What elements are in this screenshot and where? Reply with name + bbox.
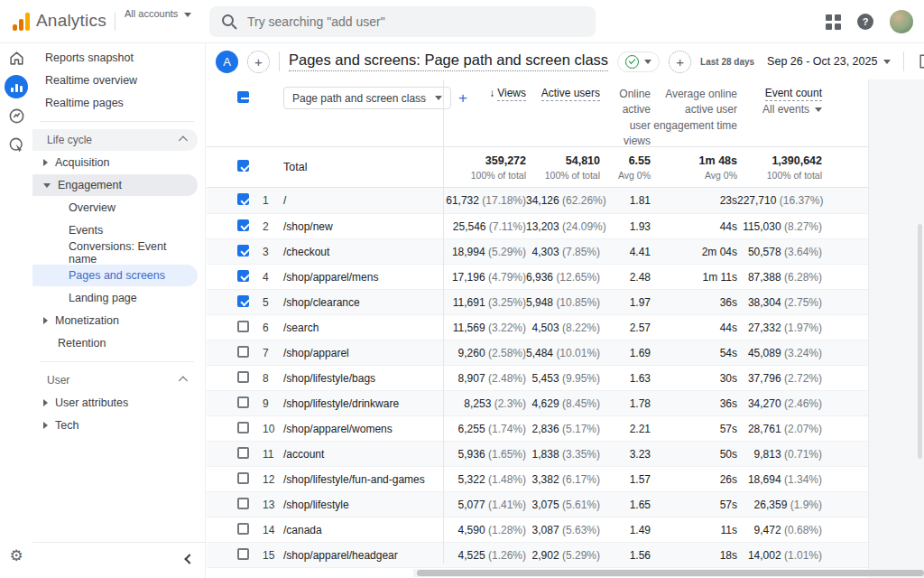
row-checkbox[interactable]: [237, 321, 249, 332]
page-path: /shop/lifestyle/fun-and-games: [277, 473, 443, 486]
views-value: 8,253 (2.3%): [443, 397, 526, 410]
column-header-online-views[interactable]: Online active user views: [600, 87, 651, 150]
collapse-sidebar-icon[interactable]: [184, 554, 194, 564]
sidebar-item-user-attributes[interactable]: User attributes: [32, 392, 198, 414]
avg-time-value: 57s: [651, 499, 737, 511]
sidebar-item-monetization[interactable]: Monetization: [32, 310, 198, 331]
online-views-value: 2.57: [600, 322, 651, 334]
select-all-checkbox[interactable]: [237, 91, 249, 103]
sidebar-item-realtime-overview[interactable]: Realtime overview: [32, 70, 198, 91]
page-path: /shop/lifestyle: [277, 499, 443, 511]
views-value: 18,994 (5.29%): [443, 246, 526, 258]
views-value: 8,907 (2.48%): [443, 372, 526, 385]
online-views-value: 1.81: [600, 194, 651, 207]
sidebar-item-pages-and-screens[interactable]: Pages and screens: [32, 265, 198, 286]
row-index: 11: [252, 448, 277, 461]
page-background: [869, 79, 924, 578]
report-saved-menu[interactable]: [617, 51, 660, 72]
row-checkbox[interactable]: [237, 396, 249, 408]
row-checkbox[interactable]: [237, 371, 249, 383]
sidebar-item-landing-page[interactable]: Landing page: [32, 287, 198, 309]
active-users-value: 34,126 (62.26%): [526, 194, 600, 207]
sidebar-item-conversions-event-name[interactable]: Conversions: Event name: [32, 242, 198, 264]
page-path: /shop/lifestyle/drinkware: [277, 397, 443, 410]
search-input[interactable]: [247, 14, 585, 29]
vertical-scrollbar[interactable]: [918, 224, 922, 459]
row-checkbox[interactable]: [237, 193, 249, 205]
explore-icon[interactable]: [0, 101, 32, 130]
page-path: /checkout: [277, 246, 443, 258]
row-checkbox[interactable]: [237, 548, 249, 560]
sidebar-item-acquisition[interactable]: Acquisition: [32, 152, 198, 173]
sidebar-item-tech[interactable]: Tech: [32, 415, 198, 436]
sidebar-item-engagement[interactable]: Engagement: [32, 174, 198, 196]
account-switcher[interactable]: All accounts: [125, 8, 191, 19]
reports-icon[interactable]: [5, 75, 28, 98]
sidebar-item-overview[interactable]: Overview: [32, 197, 198, 219]
sidebar-item-reports-snapshot[interactable]: Reports snapshot: [32, 47, 198, 69]
sidebar-item-retention[interactable]: Retention: [32, 332, 198, 354]
row-checkbox[interactable]: [237, 523, 249, 535]
page-path: /shop/apparel/womens: [277, 423, 443, 435]
sidebar-item-user[interactable]: User: [32, 369, 198, 391]
row-checkbox[interactable]: [237, 295, 249, 307]
sidebar-item-life-cycle[interactable]: Life cycle: [32, 129, 198, 151]
views-value: 5,077 (1.41%): [443, 499, 526, 511]
row-checkbox[interactable]: [237, 270, 249, 282]
active-users-value: 6,936 (12.65%): [526, 271, 600, 284]
dimension-selector[interactable]: Page path and screen class: [283, 87, 451, 109]
column-header-active-users[interactable]: Active users: [526, 87, 600, 99]
column-header-event-count[interactable]: Event count All events: [737, 87, 822, 116]
row-checkbox[interactable]: [237, 346, 249, 358]
row-checkbox[interactable]: [237, 422, 249, 434]
advertising-icon[interactable]: [0, 130, 32, 159]
row-index: 10: [252, 423, 277, 435]
sidebar-item-events[interactable]: Events: [32, 219, 198, 241]
apps-grid-icon[interactable]: [826, 14, 841, 30]
horizontal-scrollbar[interactable]: [413, 569, 924, 577]
report-notes-icon[interactable]: [917, 52, 924, 70]
admin-gear-icon[interactable]: ⚙: [0, 546, 32, 565]
avg-time-value: 18s: [651, 549, 737, 562]
avg-time-value: 57s: [651, 423, 737, 435]
page-path: /shop/lifestyle/bags: [277, 372, 443, 385]
table-row: 14/canada4,590 (1.28%)3,087 (5.63%)1.491…: [207, 517, 868, 542]
header-divider: [903, 51, 904, 71]
views-value: 11,569 (3.22%): [443, 322, 526, 334]
add-tab-button[interactable]: +: [669, 51, 691, 73]
active-users-value: 5,453 (9.95%): [526, 372, 600, 385]
user-avatar[interactable]: [890, 10, 913, 33]
row-index: 7: [252, 347, 277, 359]
total-checkbox[interactable]: [237, 160, 249, 172]
row-index: 15: [252, 549, 277, 562]
home-icon[interactable]: [0, 43, 32, 72]
add-report-button[interactable]: +: [247, 51, 270, 73]
property-avatar[interactable]: A: [216, 51, 238, 73]
help-icon[interactable]: ?: [857, 14, 873, 30]
column-header-views[interactable]: ↓Views: [443, 87, 526, 99]
date-range-picker[interactable]: Sep 26 - Oct 23, 2025: [767, 55, 891, 68]
page-path: /canada: [277, 524, 443, 536]
online-views-value: 1.56: [600, 549, 651, 562]
chevron-down-icon: [883, 60, 891, 64]
active-users-value: 3,075 (5.61%): [526, 499, 600, 511]
row-checkbox[interactable]: [237, 219, 249, 231]
left-icon-rail: ⚙: [0, 43, 32, 578]
horizontal-scrollbar-thumb[interactable]: [417, 570, 924, 576]
event-count-value: 9,813 (0.71%): [737, 448, 822, 461]
row-checkbox[interactable]: [237, 498, 249, 509]
search-bar[interactable]: [209, 6, 596, 37]
row-index: 3: [252, 246, 277, 258]
event-count-value: 227,710 (16.37%): [737, 194, 822, 207]
table-row: 3/checkout18,994 (5.29%)4,303 (7.85%)4.4…: [207, 238, 868, 264]
event-filter-dropdown[interactable]: All events: [737, 103, 822, 116]
row-checkbox[interactable]: [237, 447, 249, 459]
column-header-avg-engagement[interactable]: Average online active user engagement ti…: [651, 87, 737, 134]
sidebar-item-realtime-pages[interactable]: Realtime pages: [32, 92, 198, 114]
row-index: 13: [252, 499, 277, 511]
row-checkbox[interactable]: [237, 472, 249, 484]
views-value: 9,260 (2.58%): [443, 347, 526, 359]
verified-check-icon: [625, 55, 639, 69]
page-title[interactable]: Pages and screens: Page path and screen …: [289, 51, 608, 71]
row-checkbox[interactable]: [237, 245, 249, 256]
